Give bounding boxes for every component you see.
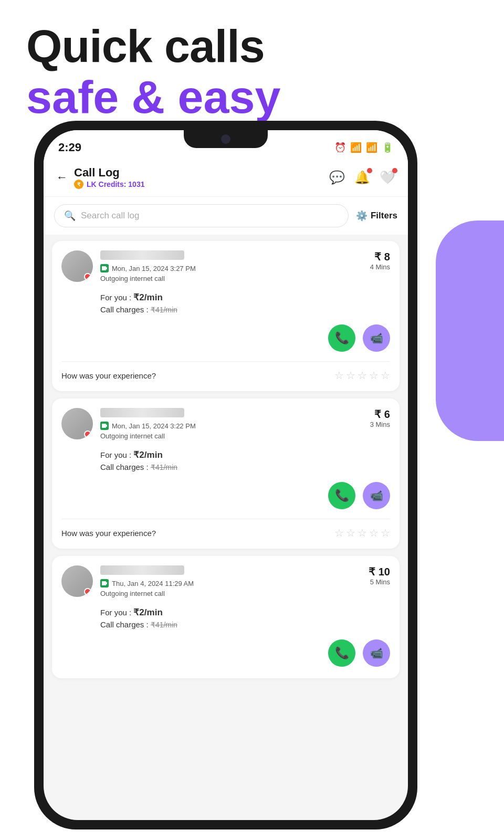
status-icons: ⏰ 📶 📶 🔋 [334,142,393,153]
card-right-3: ₹ 10 5 Mins [369,565,390,586]
search-bar[interactable]: 🔍 Search call log [54,204,349,227]
video-cam-icon-3 [100,579,109,587]
call-date-1: Mon, Jan 15, 2024 3:27 PM [112,265,196,272]
messages-icon: 💬 [329,170,345,184]
star-1-2[interactable]: ☆ [346,369,355,382]
filter-icon: ⚙️ [356,210,368,222]
stars-1[interactable]: ☆ ☆ ☆ ☆ ☆ [334,369,390,382]
avatar-1 [61,250,93,282]
star-2-5[interactable]: ☆ [381,527,390,539]
filters-button[interactable]: ⚙️ Filters [356,210,397,222]
star-1-4[interactable]: ☆ [369,369,379,382]
rating-row-2: How was your experience? ☆ ☆ ☆ ☆ ☆ [61,524,390,541]
card-info-2: Mon, Jan 15, 2024 3:22 PM Outgoing inter… [100,408,196,440]
battery-icon: 🔋 [382,142,393,153]
call-card-2: Mon, Jan 15, 2024 3:22 PM Outgoing inter… [52,398,400,549]
call-cost-1: ₹ 8 [370,250,390,263]
credits-row: ₹ LK Credits: 1031 [74,180,144,189]
video-button-2[interactable]: 📹 [363,482,390,509]
call-duration-2: 3 Mins [370,421,390,428]
charges-row-1: Call charges : ₹41/min [100,305,390,314]
call-card-1: Mon, Jan 15, 2024 3:27 PM Outgoing inter… [52,241,400,391]
page-title-sub: safe & easy [26,72,280,123]
star-1-3[interactable]: ☆ [358,369,367,382]
card-pricing-2: For you : ₹2/min Call charges : ₹41/min [61,445,390,478]
star-2-3[interactable]: ☆ [358,527,367,539]
call-date-3: Thu, Jan 4, 2024 11:29 AM [112,580,194,587]
card-top-2: Mon, Jan 15, 2024 3:22 PM Outgoing inter… [61,408,390,440]
charges-price-3: ₹41/min [151,621,177,629]
camera [221,134,230,144]
call-duration-1: 4 Mins [370,263,390,271]
call-button-2[interactable]: 📞 [328,482,355,509]
avatar-dot-1 [84,273,91,280]
favorites-badge [392,168,397,173]
cards-container: Mon, Jan 15, 2024 3:27 PM Outgoing inter… [44,235,408,820]
for-you-price-1: ₹2/min [133,292,162,302]
card-pricing-1: For you : ₹2/min Call charges : ₹41/min [61,288,390,320]
call-button-3[interactable]: 📞 [328,639,355,667]
header-title-block: Call Log ₹ LK Credits: 1031 [74,166,144,189]
avatar-2 [61,408,93,439]
search-input[interactable]: Search call log [81,211,140,221]
call-card-3: Thu, Jan 4, 2024 11:29 AM Outgoing inter… [52,556,400,678]
favorites-button[interactable]: 🤍 [380,170,395,185]
video-button-1[interactable]: 📹 [363,324,390,352]
star-1-5[interactable]: ☆ [381,369,390,382]
charges-row-2: Call charges : ₹41/min [100,463,390,471]
call-cost-2: ₹ 6 [370,408,390,421]
header-title: Call Log [74,166,144,180]
call-type-2: Outgoing internet call [100,432,196,440]
card-left-3: Thu, Jan 4, 2024 11:29 AM Outgoing inter… [61,565,194,597]
for-you-price-2: ₹2/min [133,450,162,460]
back-button[interactable]: ← [56,171,68,184]
notifications-button[interactable]: 🔔 [354,170,370,185]
blurred-name-3 [100,565,184,575]
blurred-name-2 [100,408,184,417]
charges-price-1: ₹41/min [151,306,177,314]
call-button-1[interactable]: 📞 [328,324,355,352]
charges-row-3: Call charges : ₹41/min [100,620,390,629]
call-date-2: Mon, Jan 15, 2024 3:22 PM [112,422,196,430]
for-you-row-2: For you : ₹2/min [100,449,390,460]
star-1-1[interactable]: ☆ [334,369,344,382]
search-icon: 🔍 [64,210,76,222]
page-title-main: Quick calls [26,21,280,72]
card-top-3: Thu, Jan 4, 2024 11:29 AM Outgoing inter… [61,565,390,597]
call-meta-2: Mon, Jan 15, 2024 3:22 PM [100,422,196,430]
purple-decoration [436,220,504,441]
card-top-1: Mon, Jan 15, 2024 3:27 PM Outgoing inter… [61,250,390,282]
video-cam-icon-1 [100,264,109,272]
blurred-name-1 [100,250,184,260]
call-duration-3: 5 Mins [369,578,390,586]
wifi-icon: 📶 [350,142,362,153]
call-meta-1: Mon, Jan 15, 2024 3:27 PM [100,264,196,272]
avatar-dot-2 [84,430,91,438]
app-header: ← Call Log ₹ LK Credits: 1031 💬 🔔 [44,160,408,197]
messages-button[interactable]: 💬 [329,170,345,185]
card-actions-3: 📞 📹 [61,635,390,671]
card-left-1: Mon, Jan 15, 2024 3:27 PM Outgoing inter… [61,250,196,282]
star-2-2[interactable]: ☆ [346,527,355,539]
call-meta-3: Thu, Jan 4, 2024 11:29 AM [100,579,194,587]
rating-row-1: How was your experience? ☆ ☆ ☆ ☆ ☆ [61,367,390,384]
phone-frame: 2:29 ⏰ 📶 📶 🔋 ← Call Log ₹ LK Credits: 10… [34,121,417,830]
video-button-3[interactable]: 📹 [363,639,390,667]
star-2-1[interactable]: ☆ [334,527,344,539]
filters-label: Filters [371,211,397,221]
card-right-1: ₹ 8 4 Mins [370,250,390,271]
for-you-row-3: For you : ₹2/min [100,607,390,618]
stars-2[interactable]: ☆ ☆ ☆ ☆ ☆ [334,527,390,539]
charges-price-2: ₹41/min [151,463,177,471]
rating-question-2: How was your experience? [61,529,156,538]
notification-badge [367,168,372,173]
card-actions-1: 📞 📹 [61,320,390,356]
credits-coin-icon: ₹ [74,180,83,189]
clock-icon: ⏰ [334,142,346,153]
avatar-3 [61,565,93,597]
header-left: ← Call Log ₹ LK Credits: 1031 [56,166,144,189]
star-2-4[interactable]: ☆ [369,527,379,539]
card-divider-2 [61,519,390,519]
video-cam-icon-2 [100,422,109,430]
card-actions-2: 📞 📹 [61,478,390,513]
